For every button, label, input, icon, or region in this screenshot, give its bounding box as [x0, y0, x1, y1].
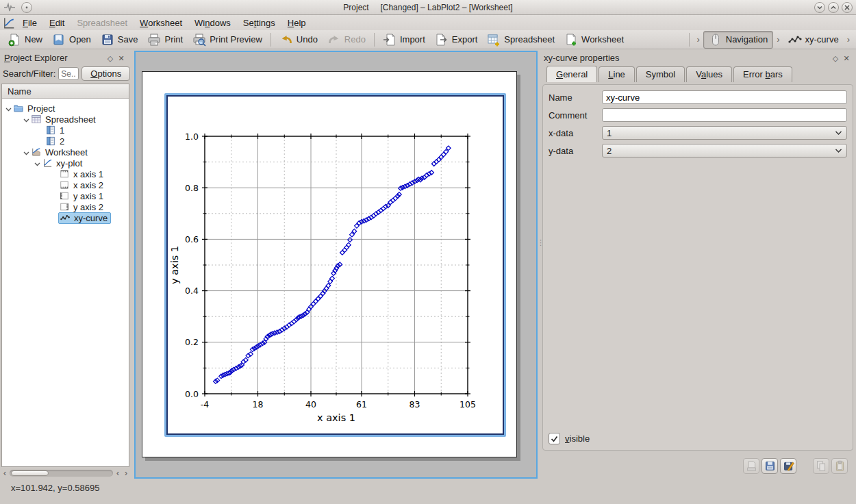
y-data-combobox[interactable]: 2	[602, 144, 847, 158]
tab-values[interactable]: Values	[686, 66, 732, 82]
xy-plot-area[interactable]: -4184061831050.00.20.40.60.81.0x axis 1y…	[166, 95, 504, 435]
properties-tabs: General Line Symbol Values Error bars	[541, 65, 855, 82]
project-tree: Name Project Spreadsheet 1 2	[1, 84, 129, 467]
tree-item-xy-plot[interactable]: xy-plot	[2, 158, 129, 168]
scroll-right-icon[interactable]: ›	[123, 468, 129, 478]
float-panel-icon[interactable]: ◇	[105, 53, 116, 63]
tree-item-column-1[interactable]: 1	[2, 125, 129, 136]
svg-text:-4: -4	[201, 399, 210, 410]
x-data-combobox[interactable]: 1	[602, 126, 847, 140]
undo-button[interactable]: Undo	[275, 32, 323, 48]
import-button[interactable]: Import	[378, 32, 430, 48]
save-template-button[interactable]	[761, 458, 778, 474]
print-button[interactable]: Print	[142, 32, 188, 48]
worksheet-view[interactable]: -4184061831050.00.20.40.60.81.0x axis 1y…	[134, 51, 538, 479]
menu-help[interactable]: Help	[281, 16, 312, 29]
save-label: Save	[118, 34, 138, 45]
svg-text:18: 18	[253, 399, 264, 410]
toolbar-overflow-chevron[interactable]: ›	[773, 34, 783, 45]
tree-item-project[interactable]: Project	[2, 103, 129, 114]
worksheet-page-icon	[564, 33, 578, 47]
folder-icon	[14, 103, 23, 113]
scroll-left-icon[interactable]: ‹	[114, 468, 121, 478]
tree-item-column-2[interactable]: 2	[2, 136, 129, 147]
options-button[interactable]: Options	[81, 66, 130, 81]
tab-symbol[interactable]: Symbol	[636, 66, 685, 82]
expand-arrow-icon[interactable]	[34, 160, 42, 166]
tree-item-xy-curve[interactable]: xy-curve	[2, 212, 129, 223]
toolbar-separator	[374, 33, 375, 47]
minimize-button[interactable]	[814, 2, 825, 13]
export-icon	[435, 33, 449, 47]
tree-item-y-axis-2[interactable]: y axis 2	[2, 201, 129, 212]
properties-header[interactable]: xy-curve properties ◇ ✕	[541, 51, 855, 65]
toolbar-overflow-chevron[interactable]: ›	[693, 34, 703, 45]
svg-text:0.2: 0.2	[185, 337, 199, 347]
menu-edit[interactable]: Edit	[43, 16, 71, 29]
new-button[interactable]: New	[3, 32, 47, 48]
expand-arrow-icon[interactable]	[23, 149, 32, 155]
scrollbar-track[interactable]	[10, 470, 113, 477]
svg-text:105: 105	[460, 399, 476, 410]
window-menu-button[interactable]	[21, 2, 32, 13]
expand-arrow-icon[interactable]	[5, 105, 14, 112]
explorer-horizontal-scrollbar[interactable]: ‹ ‹ ›	[1, 468, 129, 478]
visible-label: visible	[565, 433, 590, 444]
comment-label: Comment	[549, 110, 602, 121]
menu-windows[interactable]: Windows	[188, 16, 237, 29]
menu-worksheet[interactable]: Worksheet	[134, 16, 188, 29]
close-panel-icon[interactable]: ✕	[841, 53, 852, 63]
load-template-button	[743, 458, 759, 474]
svg-text:83: 83	[410, 399, 420, 410]
new-spreadsheet-label: Spreadsheet	[504, 34, 555, 45]
new-document-icon	[8, 33, 21, 47]
redo-icon	[327, 33, 341, 47]
general-tab-content: Name Comment x-data 1 y-data 2	[542, 84, 853, 451]
tree-item-label: xy-curve	[73, 213, 109, 223]
save-as-template-button[interactable]	[780, 458, 796, 474]
xy-curve-icon	[788, 33, 802, 47]
x-data-value: 1	[607, 128, 835, 138]
search-filter-label: Search/Filter:	[3, 68, 55, 79]
export-button[interactable]: Export	[430, 32, 483, 48]
float-panel-icon[interactable]: ◇	[830, 53, 841, 63]
worksheet-page[interactable]: -4184061831050.00.20.40.60.81.0x axis 1y…	[142, 71, 517, 457]
menu-settings[interactable]: Settings	[237, 16, 281, 29]
name-input[interactable]	[602, 90, 847, 104]
redo-button: Redo	[323, 32, 370, 48]
maximize-button[interactable]	[828, 2, 839, 13]
navigation-button[interactable]: Navigation	[703, 31, 773, 49]
comment-input[interactable]	[602, 108, 847, 122]
print-preview-button[interactable]: Print Preview	[188, 32, 267, 48]
scrollbar-thumb[interactable]	[11, 470, 49, 476]
xy-plot-canvas[interactable]: -4184061831050.00.20.40.60.81.0x axis 1y…	[168, 97, 503, 433]
cursor-position-readout: x=101.942, y=0.58695	[11, 483, 99, 493]
menu-file[interactable]: File	[16, 16, 43, 29]
expand-arrow-icon[interactable]	[23, 116, 32, 123]
tree-item-worksheet[interactable]: Worksheet	[2, 147, 129, 158]
tree-item-x-axis-2[interactable]: x axis 2	[2, 179, 129, 190]
save-button[interactable]: Save	[96, 32, 143, 48]
open-button[interactable]: Open	[47, 32, 96, 48]
scroll-left-icon[interactable]: ‹	[1, 468, 8, 478]
close-button[interactable]	[842, 2, 853, 13]
main-toolbar: New Open Save Print Print Preview Undo R…	[0, 30, 856, 49]
properties-footer-buttons	[743, 458, 848, 474]
new-worksheet-button[interactable]: Worksheet	[559, 32, 629, 48]
close-panel-icon[interactable]: ✕	[116, 53, 127, 63]
xy-curve-toolbar-button[interactable]: xy-curve	[783, 32, 844, 48]
visible-checkbox[interactable]	[549, 433, 560, 444]
project-explorer-header[interactable]: Project Explorer ◇ ✕	[1, 51, 129, 65]
tree-item-x-axis-1[interactable]: x axis 1	[2, 168, 129, 179]
tab-general[interactable]: General	[546, 66, 597, 82]
tree-item-label: Project	[26, 103, 56, 114]
tree-item-spreadsheet[interactable]: Spreadsheet	[2, 114, 129, 125]
tab-line[interactable]: Line	[599, 66, 635, 82]
new-spreadsheet-button[interactable]: Spreadsheet	[482, 32, 559, 48]
tree-item-y-axis-1[interactable]: y axis 1	[2, 190, 129, 201]
search-filter-input[interactable]	[58, 67, 79, 80]
tab-error-bars[interactable]: Error bars	[733, 66, 792, 82]
toolbar-overflow-chevron[interactable]: ›	[844, 34, 853, 45]
column-icon	[46, 136, 55, 146]
properties-dock: xy-curve properties ◇ ✕ General Line Sym…	[541, 51, 855, 478]
